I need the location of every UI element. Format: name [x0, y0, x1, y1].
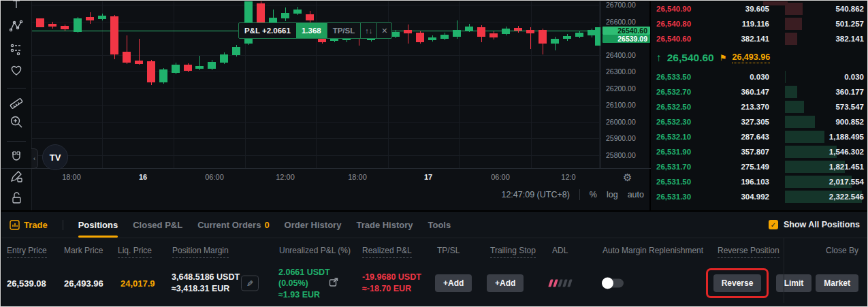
tpsl-add-button[interactable]: +Add	[435, 274, 472, 292]
tab-trade[interactable]: Trade	[10, 220, 48, 230]
bid-total: 1,546.302	[829, 144, 864, 159]
bid-total: 1,821.451	[829, 159, 864, 174]
orderbook-bid-row[interactable]: 26,531.90357.8071,546.302	[651, 144, 868, 159]
tab-bar: Trade PositionsClosed P&LCurrent Orders0…	[1, 212, 868, 238]
close-limit-button[interactable]: Limit	[776, 274, 812, 292]
reverse-button[interactable]: Reverse	[713, 274, 762, 292]
flag-icon: ⚑	[720, 53, 727, 63]
auto-margin-toggle[interactable]	[603, 279, 624, 288]
reverse-position-icon[interactable]: ↑↓	[360, 23, 376, 38]
column-header-position-margin: Position Margin	[172, 246, 229, 258]
tab-trade-history[interactable]: Trade History	[356, 212, 413, 238]
price-axis[interactable]: 26540.60 26539.09 26700.0026600.0026400.…	[600, 1, 651, 168]
candlestick	[502, 29, 510, 34]
tab-label: Current Orders	[197, 220, 261, 230]
gridline	[174, 1, 174, 168]
magnet-tool-icon[interactable]	[6, 148, 27, 165]
tab-tools[interactable]: Tools	[428, 212, 451, 238]
candlestick	[220, 54, 228, 63]
realized-pnl-usdt: -19.9680 USDT	[362, 272, 421, 282]
lock-all-tool-icon[interactable]	[6, 189, 27, 207]
scale-auto-button[interactable]: auto	[628, 190, 644, 199]
candlestick-chart[interactable]: P&L +2.0661 1.368 TP/SL ↑↓ ✕	[32, 1, 600, 168]
orderbook-ask-row[interactable]: 26,540.80119.116501.257	[651, 16, 868, 31]
ask-price: 26,540.80	[656, 16, 691, 31]
candlestick	[477, 27, 485, 37]
candlestick	[159, 69, 167, 82]
edit-margin-button[interactable]: ✎	[241, 276, 259, 291]
candlestick	[453, 30, 461, 37]
close-by-buttons: Limit Market	[776, 274, 858, 292]
trailing-stop-add-button[interactable]: +Add	[487, 274, 524, 292]
tab-label: Closed P&L	[133, 220, 182, 230]
candlestick	[61, 26, 69, 29]
bid-total: 1,188.495	[829, 129, 864, 144]
bid-qty: 196.103	[741, 174, 769, 189]
depth-bar	[785, 116, 815, 128]
collapse-toolbar-handle[interactable]: ‹	[31, 148, 38, 169]
show-all-positions-control[interactable]: ✓ Show All Positions	[769, 220, 860, 229]
share-pnl-icon[interactable]	[329, 278, 338, 289]
tab-label: Order History	[285, 220, 342, 230]
orderbook-bid-row[interactable]: 26,533.500.0300.030	[651, 69, 868, 84]
favorites-heart-icon[interactable]	[6, 61, 27, 79]
show-all-positions-label: Show All Positions	[784, 220, 860, 229]
ask-total: 382.141	[835, 31, 864, 46]
tpsl-button[interactable]: TP/SL	[327, 23, 361, 38]
candlestick	[416, 33, 424, 42]
bid-price: 26,532.70	[656, 84, 691, 99]
time-axis[interactable]: 18:001606:0012:0018:001706:0012:0	[1, 168, 651, 186]
bid-total: 2,017.554	[829, 174, 864, 189]
entry-price-value: 26,539.08	[7, 278, 46, 289]
unrealized-pnl-eur: ≈1.93 EUR	[278, 289, 320, 299]
bid-total: 0.030	[844, 69, 864, 84]
position-line-widget: P&L +2.0661 1.368 TP/SL ↑↓ ✕	[238, 22, 392, 39]
orderbook-bid-row[interactable]: 26,531.50196.1032,017.554	[651, 174, 868, 189]
xabcd-pattern-tool-icon[interactable]	[6, 18, 27, 35]
bid-price: 26,531.50	[656, 174, 691, 189]
tab-current-orders[interactable]: Current Orders0	[197, 212, 269, 238]
orderbook-bid-row[interactable]: 26,532.70360.147360.177	[651, 84, 868, 99]
candlestick	[74, 18, 82, 32]
toolbar-divider	[7, 88, 26, 88]
last-price: 26,540.60	[667, 52, 714, 64]
orderbook-bid-row[interactable]: 26,532.50213.370573.547	[651, 99, 868, 114]
candlestick	[539, 30, 547, 44]
bid-price: 26,532.30	[656, 114, 691, 129]
scale-log-button[interactable]: log	[607, 190, 618, 199]
forecast-tool-icon[interactable]	[6, 40, 27, 58]
column-header-unrealized-p-l: Unrealized P&L (%)	[279, 246, 351, 255]
orderbook-ask-row[interactable]: 26,540.60382.141382.141	[651, 31, 868, 46]
orderbook-ask-row[interactable]: 26,540.9039.605540.862	[651, 1, 868, 16]
tab-positions[interactable]: Positions	[78, 212, 118, 238]
zoom-in-tool-icon[interactable]	[6, 113, 27, 131]
last-price-badge: 26540.60	[602, 27, 650, 35]
last-price-direction-arrow: ↑	[656, 52, 662, 64]
chart-settings-gear-icon[interactable]: ⚙	[623, 172, 632, 184]
orderbook-bid-row[interactable]: 26,532.30327.305900.852	[651, 114, 868, 129]
scale-percent-button[interactable]: %	[590, 190, 597, 199]
column-header-auto-margin-replenishment: Auto Margin Replenishment	[602, 246, 703, 255]
orderbook-bid-row[interactable]: 26,532.10287.6431,188.495	[651, 129, 868, 144]
candlestick	[551, 39, 559, 44]
column-header-entry-price: Entry Price	[7, 246, 47, 258]
tab-order-history[interactable]: Order History	[285, 212, 342, 238]
show-all-positions-checkbox[interactable]: ✓	[769, 220, 778, 229]
orderbook-bid-row[interactable]: 26,531.70275.1491,821.451	[651, 159, 868, 174]
realized-pnl-value: -19.9680 USDT ≈-18.70 EUR	[362, 272, 421, 295]
tradingview-logo[interactable]: TV	[42, 144, 68, 170]
close-market-button[interactable]: Market	[816, 274, 858, 292]
trend-line-tool-icon[interactable]	[6, 0, 27, 14]
column-header-trailing-stop: Trailing Stop	[490, 246, 536, 258]
orderbook-bid-row[interactable]: 26,531.30304.9922,322.546	[651, 189, 868, 204]
tab-closed-p-l[interactable]: Closed P&L	[133, 212, 182, 238]
candlestick	[195, 66, 204, 69]
close-position-icon[interactable]: ✕	[376, 23, 391, 38]
bid-qty: 213.370	[741, 99, 769, 114]
bid-price: 26,531.90	[656, 144, 691, 159]
bid-qty: 304.992	[741, 189, 769, 204]
ruler-tool-icon[interactable]	[6, 95, 27, 112]
price-axis-label: 26200.00	[606, 84, 636, 93]
positions-table-header: Entry PriceMark PriceLiq. PricePosition …	[1, 238, 868, 263]
candlestick	[428, 37, 436, 40]
